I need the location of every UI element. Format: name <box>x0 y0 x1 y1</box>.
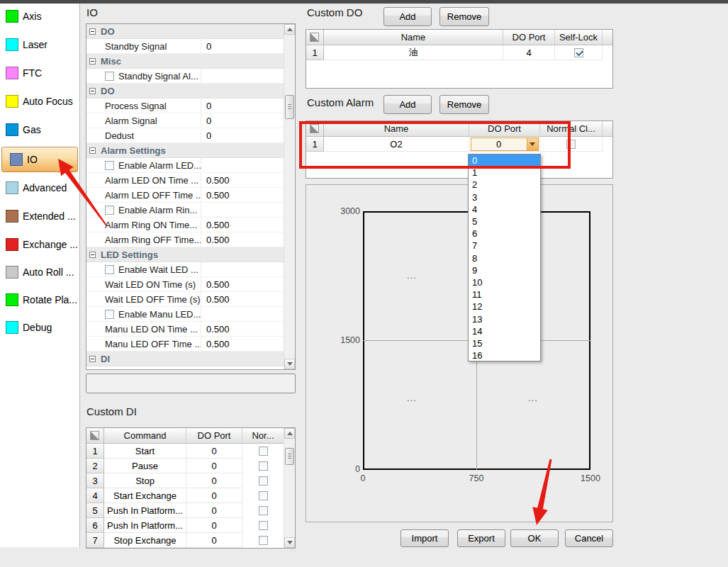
scroll-down-icon[interactable] <box>284 359 295 369</box>
grid-row-wait-led-on-time[interactable]: Wait LED ON Time (s)0.500 <box>86 277 284 292</box>
select-all-corner[interactable] <box>306 121 324 136</box>
property-value[interactable]: 0.500 <box>201 292 284 306</box>
checkbox[interactable] <box>105 161 114 170</box>
sidebar-item-axis[interactable]: Axis <box>0 4 80 29</box>
grid-row-standby-signal-alarm[interactable]: Standby Signal Al... <box>86 69 284 84</box>
dropdown-option[interactable]: 8 <box>469 252 540 264</box>
command-cell[interactable]: Stop <box>104 473 186 488</box>
scrollbar-thumb[interactable] <box>285 448 294 465</box>
checkbox[interactable] <box>105 72 114 81</box>
dropdown-option[interactable]: 6 <box>469 228 540 240</box>
dropdown-option[interactable]: 14 <box>469 325 540 337</box>
name-cell[interactable]: O2 <box>324 137 469 152</box>
grid-row-wait-led-off-time[interactable]: Wait LED OFF Time (s)0.500 <box>86 292 284 307</box>
do-port-cell[interactable]: 0 <box>186 444 242 459</box>
grid-section-do2[interactable]: DO <box>86 84 284 99</box>
grid-row-enable-alarm-ring[interactable]: Enable Alarm Rin... <box>86 203 284 218</box>
do-port-cell[interactable]: 0 <box>186 503 242 518</box>
collapse-icon[interactable] <box>89 356 96 362</box>
property-value[interactable]: 0 <box>201 113 284 128</box>
grid-row-enable-wait-led[interactable]: Enable Wait LED ... <box>86 262 284 277</box>
do-port-cell[interactable]: 0 <box>186 518 242 533</box>
custom-do-remove-button[interactable]: Remove <box>439 7 489 26</box>
table-row[interactable]: 6Push In Platform...0 <box>86 518 284 533</box>
dropdown-option[interactable]: 3 <box>469 191 540 203</box>
grid-section-misc[interactable]: Misc <box>86 54 284 69</box>
dropdown-option[interactable]: 9 <box>469 264 540 276</box>
table-row[interactable]: 3Stop0 <box>86 473 284 488</box>
sidebar-item-debug[interactable]: Debug <box>0 315 80 340</box>
do-port-cell[interactable]: 0 <box>186 459 242 473</box>
grid-row-alarm-led-on-time[interactable]: Alarm LED ON Time ...0.500 <box>86 173 284 188</box>
property-grid-scrollbar[interactable] <box>284 24 295 369</box>
property-value[interactable]: 0 <box>201 99 284 113</box>
dropdown-option[interactable]: 16 <box>469 349 540 361</box>
grid-row-standby-signal[interactable]: Standby Signal0 <box>86 39 284 54</box>
custom-alarm-add-button[interactable]: Add <box>383 95 432 114</box>
table-row[interactable]: 5Push In Platform...0 <box>86 503 284 518</box>
checkbox[interactable] <box>259 476 268 485</box>
property-value[interactable]: 0.500 <box>201 232 284 247</box>
do-port-cell[interactable]: 0 <box>186 533 242 548</box>
dropdown-option[interactable]: 4 <box>469 203 540 215</box>
property-value[interactable]: 0.500 <box>201 322 284 336</box>
table-row[interactable]: 1Start0 <box>86 444 284 459</box>
property-value[interactable]: 0.500 <box>201 173 284 187</box>
scroll-up-icon[interactable] <box>284 24 295 35</box>
checkbox[interactable] <box>105 206 114 215</box>
grid-row-enable-manu-led[interactable]: Enable Manu LED... <box>86 307 284 322</box>
sidebar-item-laser[interactable]: Laser <box>0 32 80 57</box>
cancel-button[interactable]: Cancel <box>565 529 613 547</box>
collapse-icon[interactable] <box>89 252 96 258</box>
name-cell[interactable]: 油 <box>324 45 503 60</box>
sidebar-item-ftc[interactable]: FTC <box>0 60 80 86</box>
sidebar-item-gas[interactable]: Gas <box>0 117 80 142</box>
table-row[interactable]: 2Pause0 <box>86 459 284 473</box>
dropdown-option[interactable]: 5 <box>469 215 540 228</box>
checkbox[interactable] <box>259 536 268 545</box>
do-port-cell[interactable]: 0 <box>186 473 242 488</box>
command-cell[interactable]: Push In Platform... <box>104 518 186 533</box>
property-value[interactable]: 0.500 <box>201 277 284 291</box>
checkbox[interactable] <box>259 461 268 471</box>
grid-row-enable-alarm-led[interactable]: Enable Alarm LED... <box>86 158 284 173</box>
scroll-up-icon[interactable] <box>284 428 295 439</box>
grid-row-process-signal[interactable]: Process Signal0 <box>86 99 284 113</box>
dropdown-option[interactable]: 12 <box>469 301 540 313</box>
dropdown-option[interactable]: 7 <box>469 240 540 252</box>
custom-do-add-button[interactable]: Add <box>383 7 432 26</box>
sidebar-item-auto-roll[interactable]: Auto Roll ... <box>0 259 80 285</box>
checkbox-checked[interactable] <box>574 48 583 57</box>
command-cell[interactable]: Start <box>104 444 186 459</box>
table-row[interactable]: 1 油 4 <box>306 45 612 60</box>
export-button[interactable]: Export <box>457 529 505 547</box>
sidebar-item-io[interactable]: IO <box>1 147 78 172</box>
grid-row-dedust[interactable]: Dedust0 <box>86 128 284 143</box>
checkbox[interactable] <box>105 310 114 319</box>
do-port-cell[interactable]: 4 <box>503 45 555 60</box>
sidebar-item-auto-focus[interactable]: Auto Focus <box>0 89 80 114</box>
grid-row-alarm-ring-on-time[interactable]: Alarm Ring ON Time...0.500 <box>86 218 284 232</box>
collapse-icon[interactable] <box>89 28 96 35</box>
grid-section-di[interactable]: DI <box>86 352 284 366</box>
sidebar-item-advanced[interactable]: Advanced <box>0 175 80 201</box>
grid-row-alarm-signal[interactable]: Alarm Signal0 <box>86 113 284 128</box>
sidebar-item-exchange[interactable]: Exchange ... <box>0 232 80 257</box>
select-all-corner[interactable] <box>86 428 104 443</box>
property-value[interactable] <box>201 158 284 172</box>
grid-row-manu-led-on-time[interactable]: Manu LED ON Time ...0.500 <box>86 322 284 337</box>
sidebar-item-extended[interactable]: Extended ... <box>0 203 80 229</box>
command-cell[interactable]: Pause <box>104 459 186 473</box>
grid-row-alarm-led-off-time[interactable]: Alarm LED OFF Time ...0.500 <box>86 188 284 203</box>
table-row[interactable]: 7Stop Exchange0 <box>86 533 284 548</box>
collapse-icon[interactable] <box>89 58 96 64</box>
custom-alarm-remove-button[interactable]: Remove <box>439 95 489 114</box>
do-port-combobox[interactable]: 0 <box>471 137 539 151</box>
property-value[interactable]: 0.500 <box>201 188 284 202</box>
command-cell[interactable]: Push In Platform... <box>104 503 186 518</box>
command-cell[interactable]: Start Exchange <box>104 488 186 503</box>
checkbox[interactable] <box>259 506 268 515</box>
table-row[interactable]: 1 O2 0 <box>306 137 612 152</box>
dropdown-option[interactable]: 2 <box>469 179 540 191</box>
scroll-down-icon[interactable] <box>284 537 295 548</box>
